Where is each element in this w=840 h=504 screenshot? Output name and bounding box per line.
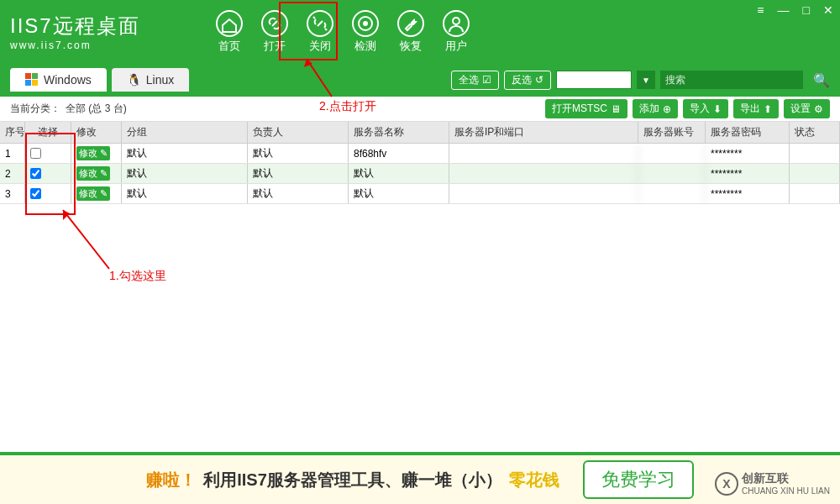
nav-detect[interactable]: 检测 (352, 10, 379, 54)
modify-button[interactable]: 修改 ✎ (76, 146, 110, 160)
cell-seq: 3 (0, 184, 25, 203)
grid-header: 序号 选择 修改 分组 负责人 服务器名称 服务器IP和端口 服务器账号 服务器… (0, 122, 840, 144)
col-owner: 负责人 (248, 122, 349, 143)
cell-account (638, 184, 706, 203)
linux-icon: 🐧 (127, 73, 141, 87)
cell-status (790, 164, 840, 183)
cell-status (790, 144, 840, 163)
category-value: 全部 (总 3 台) (66, 102, 127, 116)
main-nav: 首页 打开 关闭 检测 恢复 用户 (216, 10, 470, 54)
maximize-icon[interactable]: □ (803, 3, 810, 17)
learn-button[interactable]: 免费学习 (583, 460, 694, 499)
titlebar: IIS7远程桌面 www.iis7.com 首页 打开 关闭 检测 恢复 用户 … (0, 0, 840, 63)
modify-button[interactable]: 修改 ✎ (76, 186, 110, 201)
cell-ip (449, 144, 638, 163)
app-title: IIS7远程桌面 (10, 13, 140, 39)
nav-restore[interactable]: 恢复 (397, 10, 424, 54)
svg-rect-12 (32, 80, 38, 86)
nav-user[interactable]: 用户 (443, 10, 470, 54)
cell-select (25, 184, 71, 203)
tab-windows[interactable]: Windows (10, 68, 107, 92)
app-logo: IIS7远程桌面 www.iis7.com (10, 13, 140, 51)
dropdown-arrow-icon[interactable]: ▼ (637, 71, 655, 89)
nav-home[interactable]: 首页 (216, 10, 243, 54)
col-group: 分组 (122, 122, 248, 143)
cell-select (25, 164, 71, 183)
row-checkbox[interactable] (30, 188, 41, 199)
home-icon (216, 10, 243, 37)
toolbar-row: Windows 🐧 Linux 全选 ☑ 反选 ↺ ▼ 🔍 (0, 63, 840, 97)
nav-open[interactable]: 打开 (261, 10, 288, 54)
cell-modify: 修改 ✎ (71, 184, 122, 203)
cell-select (25, 144, 71, 163)
cell-name: 默认 (349, 184, 449, 203)
cell-owner: 默认 (248, 164, 349, 183)
user-icon (443, 10, 470, 37)
cell-name: 默认 (349, 164, 449, 183)
settings-button[interactable]: 设置 ⚙ (784, 99, 830, 118)
cell-owner: 默认 (248, 184, 349, 203)
windows-icon (25, 73, 39, 87)
cell-group: 默认 (122, 144, 248, 163)
cell-group: 默认 (122, 164, 248, 183)
annotation-1: 1.勾选这里 (109, 269, 166, 284)
cell-password: ******** (706, 144, 790, 163)
cell-modify: 修改 ✎ (71, 144, 122, 163)
app-url: www.iis7.com (10, 39, 140, 51)
col-ip: 服务器IP和端口 (449, 122, 638, 143)
search-icon[interactable]: 🔍 (813, 72, 830, 88)
cell-password: ******** (706, 184, 790, 203)
footer-p3: 零花钱 (509, 469, 559, 491)
os-tabs: Windows 🐧 Linux (10, 68, 189, 92)
col-name: 服务器名称 (349, 122, 449, 143)
grid-rows: 1修改 ✎默认默认8f68hfv********2修改 ✎默认默认默认*****… (0, 144, 840, 204)
open-mstsc-button[interactable]: 打开MSTSC 🖥 (545, 99, 627, 118)
col-seq: 序号 (0, 122, 25, 143)
svg-line-15 (63, 210, 109, 269)
watermark-logo: X (715, 472, 738, 496)
watermark: X 创新互联 CHUANG XIN HU LIAN (715, 471, 830, 496)
menu-icon[interactable]: ≡ (757, 3, 764, 17)
col-select: 选择 (25, 122, 71, 143)
window-controls: ≡ — □ ✕ (757, 3, 833, 17)
cell-account (638, 144, 706, 163)
modify-button[interactable]: 修改 ✎ (76, 166, 110, 181)
cell-group: 默认 (122, 184, 248, 203)
cell-account (638, 164, 706, 183)
export-button[interactable]: 导出 ⬆ (733, 99, 779, 118)
row-checkbox[interactable] (30, 148, 41, 159)
row-checkbox[interactable] (30, 168, 41, 179)
svg-rect-11 (25, 80, 31, 86)
table-row[interactable]: 2修改 ✎默认默认默认******** (0, 164, 840, 184)
annotation-2: 2.点击打开 (319, 99, 376, 114)
cell-modify: 修改 ✎ (71, 164, 122, 183)
cell-seq: 1 (0, 144, 25, 163)
svg-marker-16 (63, 210, 70, 220)
col-status: 状态 (790, 122, 840, 143)
cell-password: ******** (706, 164, 790, 183)
close-icon[interactable]: ✕ (823, 3, 833, 17)
tab-linux[interactable]: 🐧 Linux (112, 68, 189, 92)
table-row[interactable]: 3修改 ✎默认默认默认******** (0, 184, 840, 204)
svg-point-5 (364, 22, 367, 25)
svg-rect-9 (25, 73, 31, 79)
select-all-button[interactable]: 全选 ☑ (451, 71, 499, 90)
invert-select-button[interactable]: 反选 ↺ (504, 71, 551, 90)
cell-name: 8f68hfv (349, 144, 449, 163)
col-modify: 修改 (71, 122, 122, 143)
footer-p2: 利用IIS7服务器管理工具、赚一堆（小） (203, 469, 502, 491)
cell-owner: 默认 (248, 144, 349, 163)
filter-dropdown[interactable] (556, 71, 632, 89)
import-button[interactable]: 导入 ⬇ (683, 99, 728, 118)
cell-ip (449, 184, 638, 203)
search-input[interactable] (660, 71, 803, 89)
cell-ip (449, 164, 638, 183)
nav-close[interactable]: 关闭 (307, 10, 333, 54)
radar-icon (352, 10, 379, 37)
add-button[interactable]: 添加 ⊕ (633, 99, 678, 118)
cell-status (790, 184, 840, 203)
subbar: 当前分类： 全部 (总 3 台) 打开MSTSC 🖥 添加 ⊕ 导入 ⬇ 导出 … (0, 97, 840, 122)
table-row[interactable]: 1修改 ✎默认默认8f68hfv******** (0, 144, 840, 164)
col-password: 服务器密码 (706, 122, 790, 143)
minimize-icon[interactable]: — (778, 3, 790, 17)
